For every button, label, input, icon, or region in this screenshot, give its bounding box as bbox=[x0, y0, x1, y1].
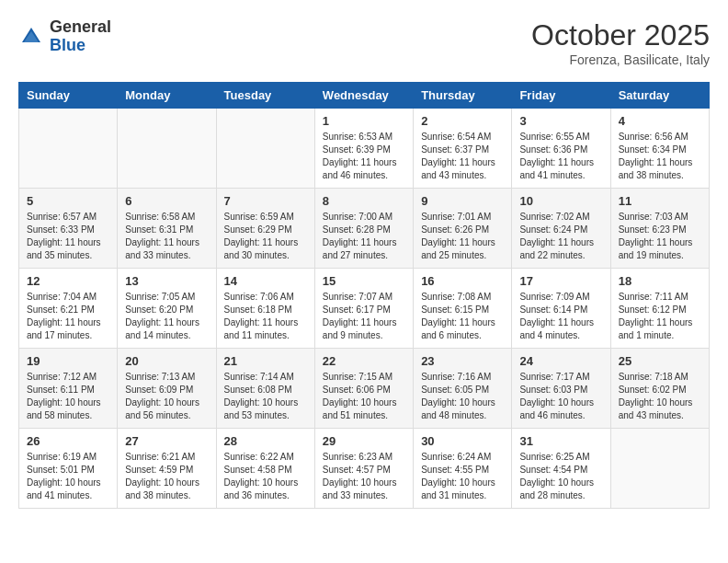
day-cell-12: 12Sunrise: 7:04 AM Sunset: 6:21 PM Dayli… bbox=[19, 269, 118, 349]
day-cell-8: 8Sunrise: 7:00 AM Sunset: 6:28 PM Daylig… bbox=[314, 189, 413, 269]
header-friday: Friday bbox=[512, 83, 610, 109]
header-saturday: Saturday bbox=[610, 83, 709, 109]
day-number: 30 bbox=[421, 434, 504, 448]
day-cell-2: 2Sunrise: 6:54 AM Sunset: 6:37 PM Daylig… bbox=[414, 109, 512, 189]
day-number: 4 bbox=[619, 114, 701, 128]
page-header: General Blue October 2025 Forenza, Basil… bbox=[18, 18, 710, 67]
day-info: Sunrise: 6:56 AM Sunset: 6:34 PM Dayligh… bbox=[619, 131, 701, 182]
header-thursday: Thursday bbox=[414, 83, 512, 109]
header-sunday: Sunday bbox=[19, 83, 118, 109]
day-cell-15: 15Sunrise: 7:07 AM Sunset: 6:17 PM Dayli… bbox=[314, 269, 413, 349]
day-cell-21: 21Sunrise: 7:14 AM Sunset: 6:08 PM Dayli… bbox=[216, 349, 314, 429]
day-number: 19 bbox=[27, 354, 109, 368]
week-row-5: 26Sunrise: 6:19 AM Sunset: 5:01 PM Dayli… bbox=[19, 429, 710, 509]
day-info: Sunrise: 6:21 AM Sunset: 4:59 PM Dayligh… bbox=[125, 451, 208, 502]
header-tuesday: Tuesday bbox=[216, 83, 314, 109]
day-number: 29 bbox=[323, 434, 405, 448]
day-cell-10: 10Sunrise: 7:02 AM Sunset: 6:24 PM Dayli… bbox=[512, 189, 610, 269]
day-info: Sunrise: 6:55 AM Sunset: 6:36 PM Dayligh… bbox=[519, 131, 602, 182]
empty-cell bbox=[610, 429, 709, 509]
day-info: Sunrise: 7:12 AM Sunset: 6:11 PM Dayligh… bbox=[27, 371, 109, 422]
empty-cell bbox=[19, 109, 118, 189]
day-info: Sunrise: 7:00 AM Sunset: 6:28 PM Dayligh… bbox=[323, 211, 405, 262]
calendar-header-row: SundayMondayTuesdayWednesdayThursdayFrid… bbox=[19, 83, 710, 109]
day-info: Sunrise: 6:54 AM Sunset: 6:37 PM Dayligh… bbox=[421, 131, 504, 182]
day-info: Sunrise: 7:15 AM Sunset: 6:06 PM Dayligh… bbox=[323, 371, 405, 422]
day-number: 25 bbox=[619, 354, 701, 368]
calendar-table: SundayMondayTuesdayWednesdayThursdayFrid… bbox=[18, 82, 710, 509]
day-number: 28 bbox=[224, 434, 307, 448]
day-number: 2 bbox=[421, 114, 504, 128]
day-number: 16 bbox=[421, 274, 504, 288]
day-info: Sunrise: 6:59 AM Sunset: 6:29 PM Dayligh… bbox=[224, 211, 307, 262]
day-cell-28: 28Sunrise: 6:22 AM Sunset: 4:58 PM Dayli… bbox=[216, 429, 314, 509]
day-info: Sunrise: 7:09 AM Sunset: 6:14 PM Dayligh… bbox=[519, 291, 602, 342]
day-number: 26 bbox=[27, 434, 109, 448]
day-number: 11 bbox=[619, 194, 701, 208]
day-info: Sunrise: 7:04 AM Sunset: 6:21 PM Dayligh… bbox=[27, 291, 109, 342]
day-cell-25: 25Sunrise: 7:18 AM Sunset: 6:02 PM Dayli… bbox=[610, 349, 709, 429]
day-cell-14: 14Sunrise: 7:06 AM Sunset: 6:18 PM Dayli… bbox=[216, 269, 314, 349]
day-cell-9: 9Sunrise: 7:01 AM Sunset: 6:26 PM Daylig… bbox=[414, 189, 512, 269]
day-info: Sunrise: 6:24 AM Sunset: 4:55 PM Dayligh… bbox=[421, 451, 504, 502]
day-cell-27: 27Sunrise: 6:21 AM Sunset: 4:59 PM Dayli… bbox=[118, 429, 216, 509]
day-info: Sunrise: 6:19 AM Sunset: 5:01 PM Dayligh… bbox=[27, 451, 109, 502]
day-info: Sunrise: 6:53 AM Sunset: 6:39 PM Dayligh… bbox=[323, 131, 405, 182]
day-cell-4: 4Sunrise: 6:56 AM Sunset: 6:34 PM Daylig… bbox=[610, 109, 709, 189]
day-info: Sunrise: 7:17 AM Sunset: 6:03 PM Dayligh… bbox=[519, 371, 602, 422]
day-cell-13: 13Sunrise: 7:05 AM Sunset: 6:20 PM Dayli… bbox=[118, 269, 216, 349]
empty-cell bbox=[118, 109, 216, 189]
day-number: 3 bbox=[519, 114, 602, 128]
day-number: 9 bbox=[421, 194, 504, 208]
empty-cell bbox=[216, 109, 314, 189]
day-info: Sunrise: 7:05 AM Sunset: 6:20 PM Dayligh… bbox=[125, 291, 208, 342]
day-cell-23: 23Sunrise: 7:16 AM Sunset: 6:05 PM Dayli… bbox=[414, 349, 512, 429]
day-number: 14 bbox=[224, 274, 307, 288]
day-cell-16: 16Sunrise: 7:08 AM Sunset: 6:15 PM Dayli… bbox=[414, 269, 512, 349]
day-info: Sunrise: 6:58 AM Sunset: 6:31 PM Dayligh… bbox=[125, 211, 208, 262]
day-info: Sunrise: 7:02 AM Sunset: 6:24 PM Dayligh… bbox=[519, 211, 602, 262]
day-cell-24: 24Sunrise: 7:17 AM Sunset: 6:03 PM Dayli… bbox=[512, 349, 610, 429]
day-number: 7 bbox=[224, 194, 307, 208]
day-cell-18: 18Sunrise: 7:11 AM Sunset: 6:12 PM Dayli… bbox=[610, 269, 709, 349]
day-info: Sunrise: 7:11 AM Sunset: 6:12 PM Dayligh… bbox=[619, 291, 701, 342]
day-number: 17 bbox=[519, 274, 602, 288]
logo-icon bbox=[18, 24, 44, 50]
location: Forenza, Basilicate, Italy bbox=[531, 52, 710, 67]
day-info: Sunrise: 7:07 AM Sunset: 6:17 PM Dayligh… bbox=[323, 291, 405, 342]
day-number: 12 bbox=[27, 274, 109, 288]
title-block: October 2025 Forenza, Basilicate, Italy bbox=[531, 18, 710, 67]
day-number: 18 bbox=[619, 274, 701, 288]
day-info: Sunrise: 7:16 AM Sunset: 6:05 PM Dayligh… bbox=[421, 371, 504, 422]
day-cell-1: 1Sunrise: 6:53 AM Sunset: 6:39 PM Daylig… bbox=[314, 109, 413, 189]
day-number: 20 bbox=[125, 354, 208, 368]
day-cell-11: 11Sunrise: 7:03 AM Sunset: 6:23 PM Dayli… bbox=[610, 189, 709, 269]
day-cell-31: 31Sunrise: 6:25 AM Sunset: 4:54 PM Dayli… bbox=[512, 429, 610, 509]
logo-text-general: General bbox=[50, 17, 111, 36]
day-number: 27 bbox=[125, 434, 208, 448]
day-number: 24 bbox=[519, 354, 602, 368]
day-info: Sunrise: 6:25 AM Sunset: 4:54 PM Dayligh… bbox=[519, 451, 602, 502]
logo-text-blue: Blue bbox=[50, 36, 85, 54]
day-info: Sunrise: 7:06 AM Sunset: 6:18 PM Dayligh… bbox=[224, 291, 307, 342]
day-info: Sunrise: 7:03 AM Sunset: 6:23 PM Dayligh… bbox=[619, 211, 701, 262]
week-row-2: 5Sunrise: 6:57 AM Sunset: 6:33 PM Daylig… bbox=[19, 189, 710, 269]
day-info: Sunrise: 6:57 AM Sunset: 6:33 PM Dayligh… bbox=[27, 211, 109, 262]
day-cell-29: 29Sunrise: 6:23 AM Sunset: 4:57 PM Dayli… bbox=[314, 429, 413, 509]
day-cell-26: 26Sunrise: 6:19 AM Sunset: 5:01 PM Dayli… bbox=[19, 429, 118, 509]
day-number: 5 bbox=[27, 194, 109, 208]
day-number: 31 bbox=[519, 434, 602, 448]
day-info: Sunrise: 7:14 AM Sunset: 6:08 PM Dayligh… bbox=[224, 371, 307, 422]
day-cell-6: 6Sunrise: 6:58 AM Sunset: 6:31 PM Daylig… bbox=[118, 189, 216, 269]
day-number: 23 bbox=[421, 354, 504, 368]
day-number: 1 bbox=[323, 114, 405, 128]
day-cell-3: 3Sunrise: 6:55 AM Sunset: 6:36 PM Daylig… bbox=[512, 109, 610, 189]
header-monday: Monday bbox=[118, 83, 216, 109]
day-cell-30: 30Sunrise: 6:24 AM Sunset: 4:55 PM Dayli… bbox=[414, 429, 512, 509]
day-cell-19: 19Sunrise: 7:12 AM Sunset: 6:11 PM Dayli… bbox=[19, 349, 118, 429]
day-cell-22: 22Sunrise: 7:15 AM Sunset: 6:06 PM Dayli… bbox=[314, 349, 413, 429]
day-info: Sunrise: 7:13 AM Sunset: 6:09 PM Dayligh… bbox=[125, 371, 208, 422]
day-info: Sunrise: 6:22 AM Sunset: 4:58 PM Dayligh… bbox=[224, 451, 307, 502]
day-info: Sunrise: 7:08 AM Sunset: 6:15 PM Dayligh… bbox=[421, 291, 504, 342]
day-info: Sunrise: 7:18 AM Sunset: 6:02 PM Dayligh… bbox=[619, 371, 701, 422]
